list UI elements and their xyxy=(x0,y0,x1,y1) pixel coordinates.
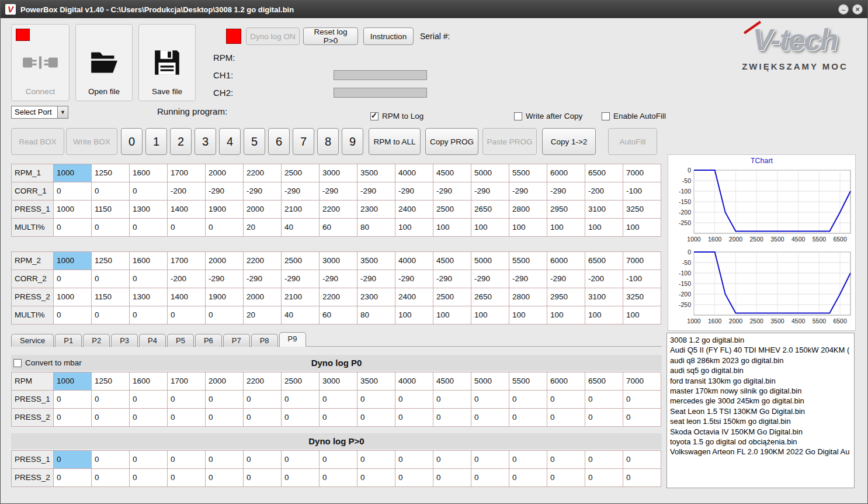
table-cell[interactable]: 0 xyxy=(130,451,168,469)
file-item[interactable]: mercedes gle 300d 245km go digital.bin xyxy=(670,396,851,406)
table-cell[interactable]: 0 xyxy=(395,391,433,409)
table-cell[interactable]: 0 xyxy=(168,469,206,487)
table-cell[interactable]: 0 xyxy=(54,270,92,288)
table-cell[interactable]: 0 xyxy=(282,391,320,409)
table-cell[interactable]: 0 xyxy=(623,409,661,427)
table-cell[interactable]: 0 xyxy=(168,306,206,325)
table-cell[interactable]: 2500 xyxy=(282,252,320,270)
table-cell[interactable]: 0 xyxy=(320,391,357,409)
table-cell[interactable]: 2200 xyxy=(320,288,357,306)
table-cell[interactable]: 3100 xyxy=(585,201,623,219)
tab-p5[interactable]: P5 xyxy=(167,334,194,347)
file-item[interactable]: Audi Q5 II (FY FL) 40 TDI MHEV 2.0 150kW… xyxy=(670,345,851,355)
table-cell[interactable]: 0 xyxy=(206,409,244,427)
table-cell[interactable]: 60 xyxy=(320,306,357,325)
table-cell[interactable]: -290 xyxy=(320,270,357,288)
table-cell[interactable]: 100 xyxy=(433,306,471,325)
table-cell[interactable]: 1600 xyxy=(130,164,168,182)
checkbox-icon[interactable] xyxy=(514,112,522,120)
file-item[interactable]: audi sq5 go digital.bin xyxy=(670,365,851,375)
table-cell[interactable]: 5500 xyxy=(509,252,547,270)
table-cell[interactable]: -290 xyxy=(547,270,585,288)
table-cell[interactable]: 0 xyxy=(206,219,244,237)
table-cell[interactable]: 1000 xyxy=(54,164,92,182)
tab-p6[interactable]: P6 xyxy=(195,334,222,347)
table-cell[interactable]: 1600 xyxy=(130,252,168,270)
file-item[interactable]: Seat Leon 1.5 TSI 130KM Go Digital.bin xyxy=(670,406,851,416)
table-cell[interactable]: 0 xyxy=(206,451,244,469)
table-cell[interactable]: 0 xyxy=(433,391,471,409)
copy-prog-button[interactable]: Copy PROG xyxy=(425,128,478,155)
table-cell[interactable]: 100 xyxy=(585,219,623,237)
table-cell[interactable]: -290 xyxy=(206,270,244,288)
table-cell[interactable]: -200 xyxy=(168,182,206,201)
file-item[interactable]: master 170km nowy silnik go digital.bin xyxy=(670,386,851,396)
table-cell[interactable]: 0 xyxy=(585,409,623,427)
checkbox-icon[interactable] xyxy=(13,359,22,367)
table-cell[interactable]: 0 xyxy=(433,469,471,487)
table-cell[interactable]: 0 xyxy=(206,469,244,487)
table-cell[interactable]: 4000 xyxy=(395,164,433,182)
table-cell[interactable]: 0 xyxy=(623,451,661,469)
table-cell[interactable]: 0 xyxy=(206,306,244,325)
table-cell[interactable]: 0 xyxy=(92,409,130,427)
table-cell[interactable]: 0 xyxy=(320,451,357,469)
table-cell[interactable]: 3000 xyxy=(320,164,357,182)
table-cell[interactable]: 2400 xyxy=(395,288,433,306)
enable-autofill-checkbox[interactable]: Enable AutoFill xyxy=(602,112,666,120)
table-cell[interactable]: 0 xyxy=(509,451,547,469)
open-file-button[interactable]: Open file xyxy=(75,24,133,101)
table-cell[interactable]: 2100 xyxy=(282,288,320,306)
convert-to-mbar-checkbox[interactable]: Convert to mbar xyxy=(13,358,82,367)
file-item[interactable]: audi q8 286km 2023 go digital.bin xyxy=(670,355,851,365)
tab-p8[interactable]: P8 xyxy=(251,334,278,347)
table-cell[interactable]: -290 xyxy=(357,270,395,288)
table-cell[interactable]: 2200 xyxy=(244,252,282,270)
table-cell[interactable]: 0 xyxy=(130,219,168,237)
digit-4[interactable]: 4 xyxy=(219,128,241,155)
table-cell[interactable]: 2950 xyxy=(547,288,585,306)
table-cell[interactable]: 0 xyxy=(282,409,320,427)
table-cell[interactable]: 0 xyxy=(585,451,623,469)
table-cell[interactable]: 1250 xyxy=(92,252,130,270)
table-cell[interactable]: 0 xyxy=(357,469,395,487)
table-cell[interactable]: -290 xyxy=(547,182,585,201)
table-cell[interactable]: 100 xyxy=(547,306,585,325)
table-cell[interactable]: 20 xyxy=(244,219,282,237)
table-cell[interactable]: 0 xyxy=(623,469,661,487)
close-button[interactable]: ✕ xyxy=(852,4,863,15)
table-cell[interactable]: 5500 xyxy=(509,164,547,182)
table-cell[interactable]: 0 xyxy=(357,409,395,427)
checkbox-icon[interactable] xyxy=(370,112,379,120)
table-cell[interactable]: 2300 xyxy=(357,201,395,219)
table-cell[interactable]: 1000 xyxy=(54,372,92,391)
reset-log-button[interactable]: Reset log P>0 xyxy=(303,27,358,45)
table-cell[interactable]: 0 xyxy=(282,451,320,469)
table-cell[interactable]: 3000 xyxy=(320,252,357,270)
file-item[interactable]: Skoda Octavia IV 150KM Go Digital.bin xyxy=(670,427,851,437)
table-cell[interactable]: 100 xyxy=(509,219,547,237)
table-cell[interactable]: 0 xyxy=(54,469,92,487)
table-cell[interactable]: 1000 xyxy=(54,252,92,270)
table-cell[interactable]: 0 xyxy=(433,451,471,469)
table-cell[interactable]: 0 xyxy=(547,469,585,487)
tab-p1[interactable]: P1 xyxy=(55,334,82,347)
table-cell[interactable]: 2500 xyxy=(433,288,471,306)
table-cell[interactable]: 0 xyxy=(471,391,509,409)
table-cell[interactable]: 100 xyxy=(547,219,585,237)
file-item[interactable]: 3008 1.2 go digital.bin xyxy=(670,335,851,345)
tab-service[interactable]: Service xyxy=(11,334,54,347)
table-cell[interactable]: 1900 xyxy=(206,201,244,219)
table-cell[interactable]: 3500 xyxy=(357,164,395,182)
table-cell[interactable]: 0 xyxy=(54,219,92,237)
table-cell[interactable]: 20 xyxy=(244,306,282,325)
table-cell[interactable]: 0 xyxy=(54,391,92,409)
table-cell[interactable]: -290 xyxy=(244,182,282,201)
table-cell[interactable]: 2000 xyxy=(244,201,282,219)
table-cell[interactable]: -290 xyxy=(282,182,320,201)
table-cell[interactable]: 40 xyxy=(282,219,320,237)
file-item[interactable]: Volkswagen Arteon FL 2.0 190KM 2022 Go D… xyxy=(670,447,851,457)
table-cell[interactable]: 3100 xyxy=(585,288,623,306)
table-cell[interactable]: 100 xyxy=(471,306,509,325)
table-cell[interactable]: 1000 xyxy=(54,201,92,219)
